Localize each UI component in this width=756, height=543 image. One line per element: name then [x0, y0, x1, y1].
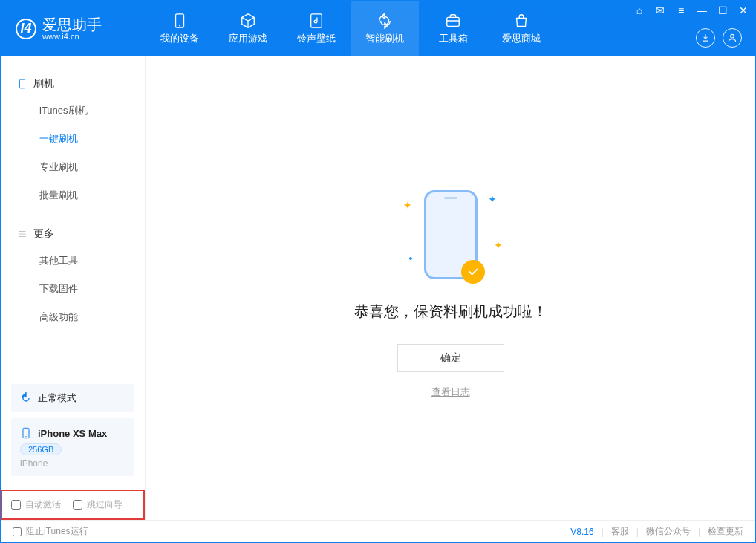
- svg-point-4: [731, 34, 734, 38]
- success-check-icon: [461, 260, 485, 284]
- nav-toolbox[interactable]: 工具箱: [419, 1, 487, 56]
- ok-button[interactable]: 确定: [397, 344, 504, 372]
- cube-icon: [240, 13, 256, 29]
- tshirt-icon[interactable]: ⌂: [633, 4, 645, 16]
- window-controls: ⌂ ✉ ≡ — ☐ ✕: [633, 4, 749, 16]
- sidebar-item-itunes-flash[interactable]: iTunes刷机: [1, 97, 145, 125]
- sparkle-icon: •: [409, 253, 413, 264]
- status-bar: 阻止iTunes运行 V8.16 | 客服 | 微信公众号 | 检查更新: [1, 520, 755, 542]
- svg-point-1: [179, 25, 180, 26]
- checkbox-label: 跳过向导: [87, 498, 123, 511]
- phone-outline-icon: [17, 79, 27, 89]
- device-mode-box[interactable]: 正常模式: [11, 384, 134, 412]
- sparkle-icon: ✦: [403, 199, 412, 211]
- block-itunes-checkbox[interactable]: 阻止iTunes运行: [13, 525, 88, 538]
- sidebar-item-pro-flash[interactable]: 专业刷机: [1, 153, 145, 181]
- nav-label: 应用游戏: [229, 32, 267, 45]
- device-name: iPhone XS Max: [38, 428, 107, 439]
- briefcase-icon: [445, 13, 461, 29]
- nav-label: 智能刷机: [365, 32, 404, 45]
- sidebar-group-label: 刷机: [33, 77, 54, 91]
- device-phone-icon: [20, 427, 32, 439]
- close-button[interactable]: ✕: [737, 4, 749, 16]
- user-button[interactable]: [723, 28, 742, 48]
- svg-rect-5: [20, 79, 25, 88]
- wechat-link[interactable]: 微信公众号: [646, 525, 691, 538]
- maximize-button[interactable]: ☐: [717, 4, 729, 16]
- device-capacity-badge: 256GB: [20, 443, 62, 455]
- download-button[interactable]: [696, 28, 715, 48]
- sidebar-item-other-tools[interactable]: 其他工具: [1, 247, 145, 275]
- app-logo: i4 爱思助手 www.i4.cn: [1, 1, 146, 56]
- nav-label: 爱思商城: [502, 32, 541, 45]
- list-icon: [17, 229, 27, 239]
- nav-apps-games[interactable]: 应用游戏: [214, 1, 282, 56]
- title-bar: i4 爱思助手 www.i4.cn 我的设备 应用游戏 铃声壁纸 智能刷机 工具…: [1, 1, 755, 56]
- nav-store[interactable]: 爱思商城: [487, 1, 555, 56]
- titlebar-right-actions: [696, 28, 742, 48]
- support-link[interactable]: 客服: [611, 525, 629, 538]
- main-content: ✦ ✦ • ✦ 恭喜您，保资料刷机成功啦！ 确定 查看日志: [146, 56, 755, 520]
- auto-activate-input[interactable]: [11, 500, 21, 510]
- sidebar-group-flash: 刷机: [1, 71, 145, 97]
- skip-wizard-checkbox[interactable]: 跳过向导: [73, 498, 123, 511]
- sparkle-icon: ✦: [488, 193, 497, 205]
- check-update-link[interactable]: 检查更新: [708, 525, 743, 538]
- sidebar-item-download-firmware[interactable]: 下载固件: [1, 275, 145, 303]
- nav-smart-flash[interactable]: 智能刷机: [351, 1, 419, 56]
- success-message: 恭喜您，保资料刷机成功啦！: [354, 302, 547, 322]
- feedback-icon[interactable]: ✉: [654, 4, 666, 16]
- version-label: V8.16: [570, 527, 593, 537]
- view-log-link[interactable]: 查看日志: [431, 386, 470, 399]
- svg-rect-2: [311, 13, 322, 27]
- nav-label: 铃声壁纸: [297, 32, 336, 45]
- sync-icon: [20, 392, 32, 404]
- sidebar-item-oneclick-flash[interactable]: 一键刷机: [1, 125, 145, 153]
- app-site: www.i4.cn: [42, 32, 102, 41]
- logo-icon: i4: [16, 19, 36, 39]
- minimize-button[interactable]: —: [696, 4, 708, 16]
- checkbox-label: 自动激活: [25, 498, 61, 511]
- block-itunes-input[interactable]: [13, 527, 22, 536]
- nav-label: 工具箱: [439, 32, 468, 45]
- menu-icon[interactable]: ≡: [675, 4, 687, 16]
- refresh-shield-icon: [377, 13, 393, 29]
- nav-my-device[interactable]: 我的设备: [146, 1, 214, 56]
- sidebar-item-batch-flash[interactable]: 批量刷机: [1, 181, 145, 209]
- nav-ringtone-wallpaper[interactable]: 铃声壁纸: [282, 1, 351, 56]
- auto-activate-checkbox[interactable]: 自动激活: [11, 498, 61, 511]
- svg-rect-3: [447, 17, 460, 26]
- app-name: 爱思助手: [42, 17, 102, 32]
- device-info-box[interactable]: iPhone XS Max 256GB iPhone: [11, 418, 134, 476]
- nav-label: 我的设备: [160, 32, 199, 45]
- sidebar-item-advanced[interactable]: 高级功能: [1, 303, 145, 331]
- sparkle-icon: ✦: [494, 239, 503, 251]
- success-illustration: ✦ ✦ • ✦: [424, 190, 478, 279]
- sidebar-group-label: 更多: [33, 227, 54, 241]
- skip-wizard-input[interactable]: [73, 500, 82, 510]
- music-file-icon: [308, 13, 325, 29]
- phone-icon: [172, 13, 188, 29]
- sidebar-group-more: 更多: [1, 221, 145, 247]
- device-mode-label: 正常模式: [38, 391, 76, 405]
- device-type: iPhone: [20, 458, 126, 469]
- svg-point-7: [25, 436, 26, 437]
- checkbox-label: 阻止iTunes运行: [26, 525, 88, 538]
- sidebar: 刷机 iTunes刷机 一键刷机 专业刷机 批量刷机 更多 其他工具 下载固件 …: [1, 56, 146, 520]
- options-highlight-box: 自动激活 跳过向导: [1, 490, 145, 520]
- bag-icon: [513, 13, 529, 29]
